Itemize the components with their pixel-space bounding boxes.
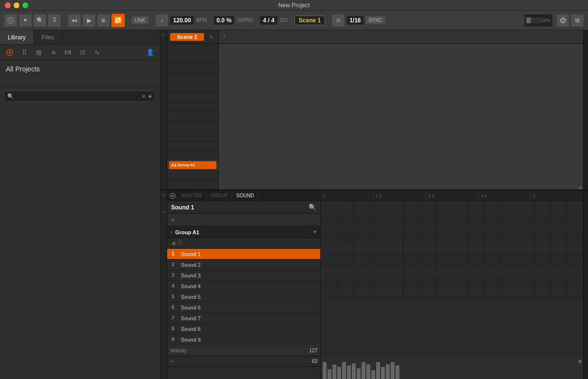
step-cell[interactable] <box>419 212 436 222</box>
scene-slot[interactable] <box>167 180 218 190</box>
step-cell[interactable] <box>354 244 370 254</box>
step-cell[interactable] <box>502 212 518 222</box>
step-cell[interactable] <box>386 244 403 254</box>
step-cell[interactable] <box>403 223 420 233</box>
add-track-button[interactable]: + <box>223 34 226 40</box>
velocity-bar[interactable] <box>352 363 356 379</box>
sound-row[interactable]: 1 Sound 1 <box>167 249 320 259</box>
step-cell[interactable] <box>518 233 535 243</box>
scene-slot[interactable] <box>167 112 218 121</box>
step-cell[interactable] <box>452 201 469 211</box>
step-cell[interactable] <box>436 233 452 243</box>
step-cell[interactable] <box>535 212 551 222</box>
scene-slot[interactable] <box>167 151 218 160</box>
power-button[interactable]: ⏻ <box>556 14 570 27</box>
velocity-label[interactable]: Velocity <box>170 348 309 353</box>
scene-slot[interactable] <box>167 63 218 73</box>
list-item[interactable] <box>0 251 160 260</box>
step-cell[interactable] <box>469 201 485 211</box>
step-cell[interactable] <box>354 212 370 222</box>
scene-slot[interactable] <box>167 141 218 151</box>
step-cell[interactable] <box>403 212 420 222</box>
step-cell[interactable] <box>518 265 535 276</box>
list-item[interactable] <box>0 192 160 202</box>
step-cell[interactable] <box>535 201 551 211</box>
step-cell[interactable] <box>535 233 551 243</box>
step-cell[interactable] <box>567 276 584 286</box>
step-cell[interactable] <box>436 223 452 233</box>
velocity-bar[interactable] <box>328 369 331 379</box>
step-cell[interactable] <box>535 276 551 286</box>
step-cell[interactable] <box>452 223 469 233</box>
step-cell[interactable] <box>518 212 535 222</box>
step-cell[interactable] <box>321 287 338 297</box>
add-scene-button[interactable]: + <box>207 32 215 42</box>
list-item[interactable] <box>0 105 160 115</box>
dropdown-button[interactable]: ▼ <box>18 14 32 27</box>
step-cell[interactable] <box>502 265 518 276</box>
step-cell[interactable] <box>551 255 567 265</box>
scene-slot[interactable] <box>167 121 218 131</box>
step-cell[interactable] <box>370 265 387 276</box>
step-cell[interactable] <box>436 287 452 297</box>
step-cell[interactable] <box>567 212 584 222</box>
sound-row[interactable]: 3 Sound 3 <box>167 270 320 281</box>
waveform-icon[interactable]: ∿ <box>162 209 166 215</box>
tab-files[interactable]: Files <box>34 30 62 44</box>
minimize-button[interactable] <box>14 2 19 8</box>
step-cell[interactable] <box>403 287 420 297</box>
icon-grid2[interactable]: ⠿ <box>18 47 30 58</box>
speaker-icon[interactable]: ◀ <box>171 240 175 246</box>
step-cell[interactable] <box>518 223 535 233</box>
step-cell[interactable] <box>551 265 567 276</box>
drag-handle[interactable]: ≡ <box>162 32 165 37</box>
step-cell[interactable] <box>321 244 338 254</box>
velocity-bar[interactable] <box>376 362 380 379</box>
step-cell[interactable] <box>551 244 567 254</box>
step-cell[interactable] <box>535 244 551 254</box>
sync-button[interactable]: SYNC <box>365 16 386 24</box>
search-clear-button[interactable]: ✕ <box>141 93 146 100</box>
step-cell[interactable] <box>419 244 436 254</box>
step-cell[interactable] <box>485 265 502 276</box>
velocity-bar[interactable] <box>357 368 361 379</box>
step-cell[interactable] <box>321 255 338 265</box>
step-cell[interactable] <box>485 201 502 211</box>
step-cell[interactable] <box>321 233 338 243</box>
step-cell[interactable] <box>502 276 518 286</box>
swing-display[interactable]: 0.0 % <box>213 16 235 25</box>
step-cell[interactable] <box>551 223 567 233</box>
step-cell[interactable] <box>370 233 387 243</box>
step-cell[interactable] <box>386 265 403 276</box>
step-cell[interactable] <box>370 212 387 222</box>
step-cell[interactable] <box>321 276 338 286</box>
step-cell[interactable] <box>419 223 436 233</box>
velocity-add-button[interactable]: + <box>170 358 174 365</box>
step-cell[interactable] <box>436 276 452 286</box>
velocity-bar[interactable] <box>386 364 390 379</box>
step-cell[interactable] <box>419 201 436 211</box>
step-cell[interactable] <box>485 212 502 222</box>
step-cell[interactable] <box>370 223 387 233</box>
step-cell[interactable] <box>354 287 370 297</box>
step-cell[interactable] <box>518 255 535 265</box>
step-cell[interactable] <box>469 244 485 254</box>
step-cell[interactable] <box>419 265 436 276</box>
list-item[interactable] <box>0 202 160 212</box>
list-item[interactable] <box>0 222 160 231</box>
rewind-button[interactable]: ⏮ <box>68 14 81 27</box>
step-cell[interactable] <box>403 201 420 211</box>
scene-slot[interactable] <box>167 83 218 92</box>
step-cell[interactable] <box>485 244 502 254</box>
step-cell[interactable] <box>518 276 535 286</box>
list-item[interactable] <box>0 144 160 154</box>
step-cell[interactable] <box>321 201 338 211</box>
step-cell[interactable] <box>452 244 469 254</box>
step-cell[interactable] <box>338 276 354 286</box>
scene-slot[interactable] <box>167 73 218 83</box>
step-cell[interactable] <box>386 212 403 222</box>
icon-circle[interactable] <box>4 47 16 58</box>
step-cell[interactable] <box>370 201 387 211</box>
step-cell[interactable] <box>567 265 584 276</box>
logo-button[interactable] <box>4 14 17 27</box>
